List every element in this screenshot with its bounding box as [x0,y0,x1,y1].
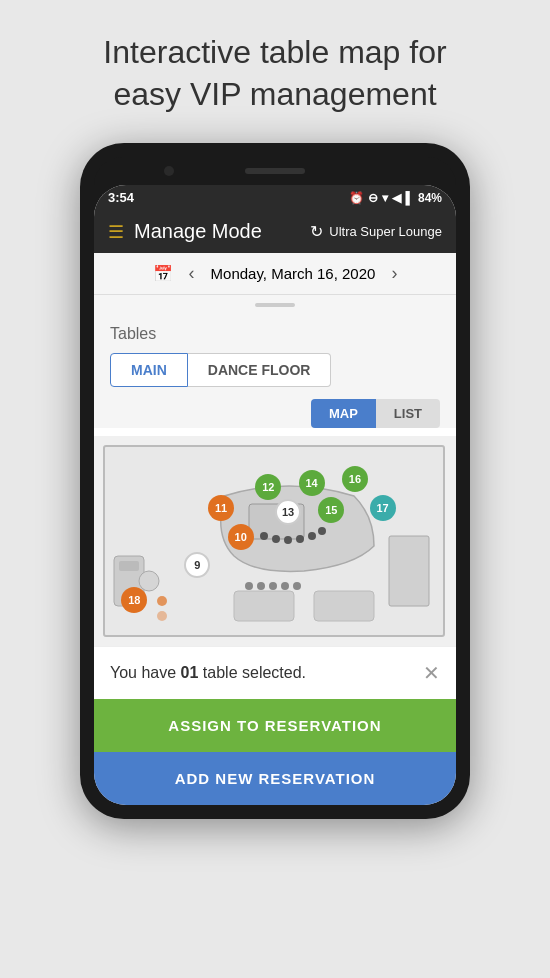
svg-rect-9 [119,561,139,571]
tab-main[interactable]: MAIN [110,353,188,387]
view-toggle: MAP LIST [110,399,440,428]
refresh-icon[interactable]: ↻ [310,222,323,241]
calendar-icon: 📅 [153,264,173,283]
svg-rect-12 [314,591,374,621]
hamburger-icon[interactable]: ☰ [108,221,124,243]
date-bar: 📅 ‹ Monday, March 16, 2020 › [94,253,456,295]
drag-bar [255,303,295,307]
svg-point-6 [308,532,316,540]
camera [164,166,174,176]
status-icons: ⏰ ⊖ ▾ ◀ ▌ 84% [349,191,442,205]
area-tabs: MAIN DANCE FLOOR [110,353,440,387]
venue-name: Ultra Super Lounge [329,224,442,239]
svg-point-17 [257,582,265,590]
prev-date-button[interactable]: ‹ [189,263,195,284]
svg-point-15 [157,611,167,621]
svg-point-16 [245,582,253,590]
add-new-reservation-button[interactable]: ADD NEW RESERVATION [94,752,456,805]
table-map[interactable]: 9 10 11 12 13 14 15 16 17 18 [94,436,456,646]
table-badge-13[interactable]: 13 [275,499,301,525]
table-badge-10[interactable]: 10 [228,524,254,550]
headline: Interactive table map for easy VIP manag… [63,0,486,143]
notification-text: You have 01 table selected. [110,664,306,682]
app-header: ☰ Manage Mode ↻ Ultra Super Lounge [94,210,456,253]
svg-point-18 [269,582,277,590]
svg-point-10 [139,571,159,591]
view-list-button[interactable]: LIST [376,399,440,428]
view-map-button[interactable]: MAP [311,399,376,428]
table-badge-16[interactable]: 16 [342,466,368,492]
svg-point-4 [284,536,292,544]
app-title: Manage Mode [134,220,262,243]
table-badge-17[interactable]: 17 [370,495,396,521]
notification-bar: You have 01 table selected. ✕ [94,646,456,699]
svg-point-7 [318,527,326,535]
table-badge-11[interactable]: 11 [208,495,234,521]
svg-point-20 [293,582,301,590]
table-badge-9[interactable]: 9 [184,552,210,578]
table-badge-14[interactable]: 14 [299,470,325,496]
svg-point-3 [272,535,280,543]
assign-to-reservation-button[interactable]: ASSIGN TO RESERVATION [94,699,456,752]
status-time: 3:54 [108,190,134,205]
tables-label: Tables [110,325,440,343]
phone-frame: 3:54 ⏰ ⊖ ▾ ◀ ▌ 84% ☰ Manage Mode ↻ Ultra… [80,143,470,819]
svg-point-14 [157,596,167,606]
tab-dance-floor[interactable]: DANCE FLOOR [188,353,332,387]
svg-point-19 [281,582,289,590]
status-bar: 3:54 ⏰ ⊖ ▾ ◀ ▌ 84% [94,185,456,210]
close-icon[interactable]: ✕ [423,661,440,685]
svg-point-2 [260,532,268,540]
svg-point-5 [296,535,304,543]
svg-rect-13 [389,536,429,606]
svg-rect-11 [234,591,294,621]
next-date-button[interactable]: › [391,263,397,284]
drag-indicator [94,295,456,315]
current-date: Monday, March 16, 2020 [211,265,376,282]
speaker [245,168,305,174]
